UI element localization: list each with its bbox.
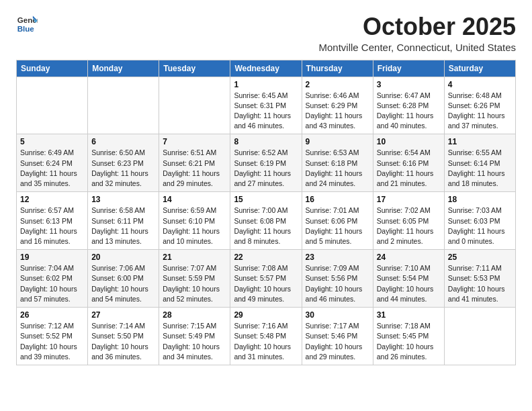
day-info: Sunrise: 6:55 AM Sunset: 6:14 PM Dayligh… — [448, 148, 512, 189]
table-row — [88, 77, 159, 134]
table-row: 11Sunrise: 6:55 AM Sunset: 6:14 PM Dayli… — [444, 134, 515, 192]
day-info: Sunrise: 6:59 AM Sunset: 6:10 PM Dayligh… — [163, 205, 226, 246]
day-number: 19 — [20, 253, 84, 262]
table-row: 12Sunrise: 6:57 AM Sunset: 6:13 PM Dayli… — [17, 192, 88, 250]
day-info: Sunrise: 6:52 AM Sunset: 6:19 PM Dayligh… — [234, 148, 298, 189]
day-info: Sunrise: 6:45 AM Sunset: 6:31 PM Dayligh… — [234, 91, 298, 132]
calendar-table: Sunday Monday Tuesday Wednesday Thursday… — [16, 60, 516, 365]
table-row: 27Sunrise: 7:14 AM Sunset: 5:50 PM Dayli… — [88, 308, 159, 365]
day-number: 26 — [20, 310, 84, 320]
day-info: Sunrise: 7:10 AM Sunset: 5:54 PM Dayligh… — [377, 263, 441, 304]
table-row — [17, 77, 88, 134]
table-row: 29Sunrise: 7:16 AM Sunset: 5:48 PM Dayli… — [230, 308, 302, 365]
title-block: October 2025 Montville Center, Connectic… — [319, 13, 516, 53]
day-number: 1 — [234, 80, 298, 89]
calendar-week-row: 19Sunrise: 7:04 AM Sunset: 6:02 PM Dayli… — [17, 250, 516, 308]
table-row: 28Sunrise: 7:15 AM Sunset: 5:49 PM Dayli… — [159, 308, 230, 365]
col-thursday: Thursday — [302, 60, 373, 77]
table-row: 17Sunrise: 7:02 AM Sunset: 6:05 PM Dayli… — [373, 192, 444, 250]
day-number: 12 — [20, 195, 84, 204]
col-friday: Friday — [373, 60, 444, 77]
day-info: Sunrise: 6:57 AM Sunset: 6:13 PM Dayligh… — [20, 205, 84, 246]
day-number: 21 — [163, 253, 226, 262]
table-row: 3Sunrise: 6:47 AM Sunset: 6:28 PM Daylig… — [373, 77, 444, 134]
col-sunday: Sunday — [17, 60, 88, 77]
col-tuesday: Tuesday — [159, 60, 230, 77]
day-number: 9 — [306, 137, 369, 146]
header: General Blue October 2025 Montville Cent… — [16, 13, 516, 53]
day-info: Sunrise: 7:07 AM Sunset: 5:59 PM Dayligh… — [163, 263, 226, 304]
day-number: 15 — [234, 195, 298, 204]
table-row: 5Sunrise: 6:49 AM Sunset: 6:24 PM Daylig… — [17, 134, 88, 192]
calendar-week-row: 12Sunrise: 6:57 AM Sunset: 6:13 PM Dayli… — [17, 192, 516, 250]
day-number: 14 — [163, 195, 226, 204]
day-info: Sunrise: 7:14 AM Sunset: 5:50 PM Dayligh… — [91, 321, 155, 362]
day-info: Sunrise: 6:49 AM Sunset: 6:24 PM Dayligh… — [20, 148, 84, 189]
day-number: 17 — [377, 195, 441, 204]
table-row: 9Sunrise: 6:53 AM Sunset: 6:18 PM Daylig… — [302, 134, 373, 192]
col-saturday: Saturday — [444, 60, 515, 77]
svg-text:Blue: Blue — [17, 25, 35, 33]
table-row: 2Sunrise: 6:46 AM Sunset: 6:29 PM Daylig… — [302, 77, 373, 134]
logo-icon: General Blue — [16, 13, 38, 35]
day-info: Sunrise: 6:54 AM Sunset: 6:16 PM Dayligh… — [377, 148, 441, 189]
day-number: 24 — [377, 253, 441, 262]
calendar-week-row: 5Sunrise: 6:49 AM Sunset: 6:24 PM Daylig… — [17, 134, 516, 192]
day-info: Sunrise: 7:11 AM Sunset: 5:53 PM Dayligh… — [448, 263, 512, 304]
day-info: Sunrise: 7:18 AM Sunset: 5:45 PM Dayligh… — [377, 321, 441, 362]
day-number: 30 — [306, 310, 369, 320]
table-row: 18Sunrise: 7:03 AM Sunset: 6:03 PM Dayli… — [444, 192, 515, 250]
table-row — [159, 77, 230, 134]
day-info: Sunrise: 6:47 AM Sunset: 6:28 PM Dayligh… — [377, 91, 441, 132]
table-row: 6Sunrise: 6:50 AM Sunset: 6:23 PM Daylig… — [88, 134, 159, 192]
calendar-header-row: Sunday Monday Tuesday Wednesday Thursday… — [17, 60, 516, 77]
table-row: 15Sunrise: 7:00 AM Sunset: 6:08 PM Dayli… — [230, 192, 302, 250]
table-row: 7Sunrise: 6:51 AM Sunset: 6:21 PM Daylig… — [159, 134, 230, 192]
day-info: Sunrise: 6:53 AM Sunset: 6:18 PM Dayligh… — [306, 148, 369, 189]
day-number: 8 — [234, 137, 298, 146]
day-number: 22 — [234, 253, 298, 262]
day-info: Sunrise: 7:08 AM Sunset: 5:57 PM Dayligh… — [234, 263, 298, 304]
table-row: 14Sunrise: 6:59 AM Sunset: 6:10 PM Dayli… — [159, 192, 230, 250]
day-number: 25 — [448, 253, 512, 262]
table-row: 24Sunrise: 7:10 AM Sunset: 5:54 PM Dayli… — [373, 250, 444, 308]
day-info: Sunrise: 6:51 AM Sunset: 6:21 PM Dayligh… — [163, 148, 226, 189]
logo: General Blue — [16, 13, 38, 35]
table-row — [444, 308, 515, 365]
col-wednesday: Wednesday — [230, 60, 302, 77]
table-row: 10Sunrise: 6:54 AM Sunset: 6:16 PM Dayli… — [373, 134, 444, 192]
table-row: 8Sunrise: 6:52 AM Sunset: 6:19 PM Daylig… — [230, 134, 302, 192]
table-row: 16Sunrise: 7:01 AM Sunset: 6:06 PM Dayli… — [302, 192, 373, 250]
day-info: Sunrise: 7:02 AM Sunset: 6:05 PM Dayligh… — [377, 205, 441, 246]
day-number: 20 — [91, 253, 155, 262]
table-row: 23Sunrise: 7:09 AM Sunset: 5:56 PM Dayli… — [302, 250, 373, 308]
table-row: 19Sunrise: 7:04 AM Sunset: 6:02 PM Dayli… — [17, 250, 88, 308]
day-info: Sunrise: 6:48 AM Sunset: 6:26 PM Dayligh… — [448, 91, 512, 132]
day-info: Sunrise: 6:46 AM Sunset: 6:29 PM Dayligh… — [306, 91, 369, 132]
day-info: Sunrise: 6:50 AM Sunset: 6:23 PM Dayligh… — [91, 148, 155, 189]
day-number: 13 — [91, 195, 155, 204]
day-number: 29 — [234, 310, 298, 320]
page: General Blue October 2025 Montville Cent… — [0, 0, 532, 379]
day-number: 16 — [306, 195, 369, 204]
subtitle: Montville Center, Connecticut, United St… — [319, 42, 516, 53]
day-number: 2 — [306, 80, 369, 89]
day-info: Sunrise: 7:03 AM Sunset: 6:03 PM Dayligh… — [448, 205, 512, 246]
table-row: 30Sunrise: 7:17 AM Sunset: 5:46 PM Dayli… — [302, 308, 373, 365]
day-number: 31 — [377, 310, 441, 320]
table-row: 13Sunrise: 6:58 AM Sunset: 6:11 PM Dayli… — [88, 192, 159, 250]
day-number: 28 — [163, 310, 226, 320]
day-info: Sunrise: 7:17 AM Sunset: 5:46 PM Dayligh… — [306, 321, 369, 362]
day-number: 18 — [448, 195, 512, 204]
table-row: 25Sunrise: 7:11 AM Sunset: 5:53 PM Dayli… — [444, 250, 515, 308]
day-info: Sunrise: 7:01 AM Sunset: 6:06 PM Dayligh… — [306, 205, 369, 246]
table-row: 26Sunrise: 7:12 AM Sunset: 5:52 PM Dayli… — [17, 308, 88, 365]
day-number: 27 — [91, 310, 155, 320]
day-number: 23 — [306, 253, 369, 262]
table-row: 22Sunrise: 7:08 AM Sunset: 5:57 PM Dayli… — [230, 250, 302, 308]
day-number: 5 — [20, 137, 84, 146]
table-row: 31Sunrise: 7:18 AM Sunset: 5:45 PM Dayli… — [373, 308, 444, 365]
day-info: Sunrise: 7:12 AM Sunset: 5:52 PM Dayligh… — [20, 321, 84, 362]
table-row: 21Sunrise: 7:07 AM Sunset: 5:59 PM Dayli… — [159, 250, 230, 308]
day-number: 4 — [448, 80, 512, 89]
